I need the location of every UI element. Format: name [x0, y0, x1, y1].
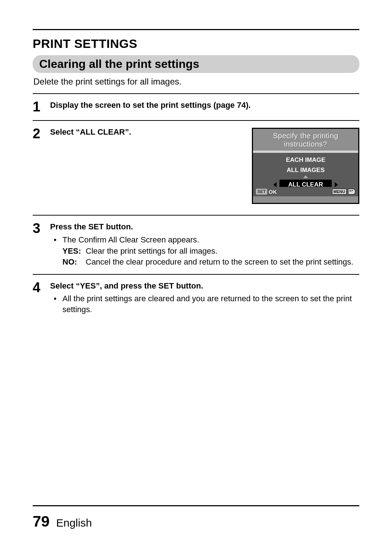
lcd-header: Specify the printing instructions? [253, 129, 358, 151]
manual-page: PRINT SETTINGS Clearing all the print se… [0, 0, 392, 552]
right-arrow-icon [335, 182, 338, 187]
camera-lcd-figure: Specify the printing instructions? EACH … [252, 128, 359, 204]
step-number: 3 [33, 221, 44, 267]
section-heading: Clearing all the print settings [33, 55, 359, 73]
yes-key: YES: [62, 246, 83, 257]
step-3: 3 Press the SET button. The Confirm All … [33, 215, 359, 274]
step-number: 4 [33, 281, 44, 316]
lcd-head-line1: Specify the printing [273, 132, 338, 140]
page-footer: 79 English [33, 505, 359, 530]
step-number: 1 [33, 100, 44, 114]
set-chip: SET [256, 189, 267, 195]
lcd-footer: SET OK MENU [253, 187, 358, 196]
no-key: NO: [62, 257, 83, 267]
step-lead: Select “ALL CLEAR”. [50, 127, 131, 136]
menu-chip: MENU [332, 189, 347, 195]
menu-return-indicator: MENU [332, 189, 355, 195]
step-1: 1 Display the screen to set the print se… [33, 93, 359, 120]
step-body: Select “YES”, and press the SET button. … [50, 281, 359, 316]
up-arrow-icon [303, 175, 308, 178]
return-icon [348, 189, 355, 195]
page-number: 79 [33, 513, 50, 530]
left-arrow-icon [273, 182, 277, 187]
yes-value: Clear the print settings for all images. [86, 246, 359, 257]
set-ok-indicator: SET OK [256, 189, 277, 195]
step-number: 2 [33, 127, 44, 208]
lcd-option-all-images: ALL IMAGES [267, 165, 344, 175]
step-bullet: The Confirm All Clear Screen appears. [50, 234, 359, 245]
language-label: English [56, 517, 92, 529]
lcd-head-line2: instructions? [284, 140, 327, 148]
step-4: 4 Select “YES”, and press the SET button… [33, 274, 359, 322]
rule-top [33, 29, 359, 30]
page-title: PRINT SETTINGS [33, 37, 359, 51]
step-lead: Press the SET button. [50, 221, 359, 232]
step-lead: Display the screen to set the print sett… [50, 101, 251, 110]
ok-label: OK [269, 189, 277, 195]
step-body: Display the screen to set the print sett… [50, 100, 359, 114]
lcd-body: EACH IMAGE ALL IMAGES ALL CLEAR SET OK M… [253, 153, 358, 196]
step-bullet: All the print settings are cleared and y… [50, 293, 359, 315]
section-intro: Delete the print settings for all images… [33, 77, 359, 87]
step-body: Press the SET button. The Confirm All Cl… [50, 221, 359, 267]
no-row: NO: Cancel the clear procedure and retur… [62, 257, 359, 267]
yes-row: YES: Clear the print settings for all im… [62, 246, 359, 257]
lcd-option-each-image: EACH IMAGE [267, 155, 344, 165]
no-value: Cancel the clear procedure and return to… [86, 257, 359, 267]
step-lead: Select “YES”, and press the SET button. [50, 281, 359, 291]
